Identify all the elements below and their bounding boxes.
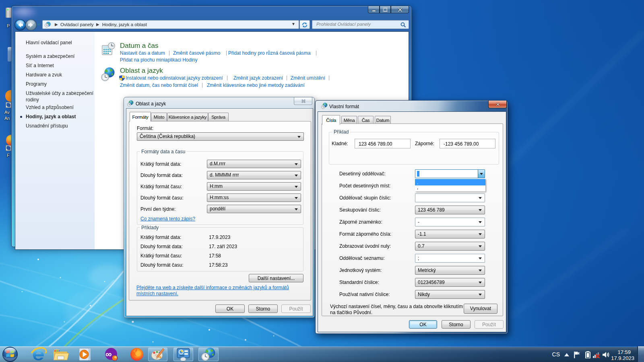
svg-text:∞: ∞ [105, 349, 112, 359]
